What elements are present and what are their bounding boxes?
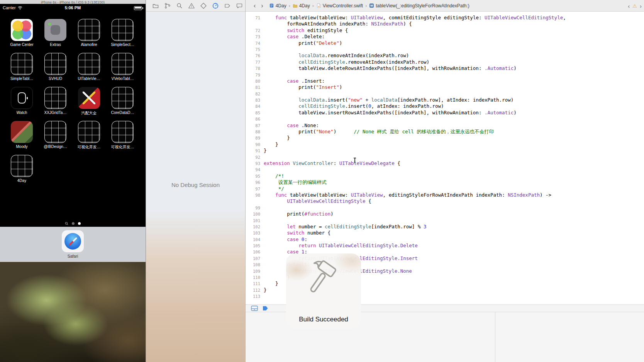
variables-view[interactable] bbox=[246, 312, 495, 362]
issue-navigator-icon[interactable] bbox=[188, 2, 195, 9]
app-item[interactable]: 可视化开发… bbox=[72, 121, 106, 155]
line-number[interactable]: 83 bbox=[246, 97, 264, 103]
line-number[interactable]: 97 bbox=[246, 186, 264, 192]
app-game-center[interactable]: Game Center bbox=[5, 19, 39, 53]
line-number[interactable]: 111 bbox=[246, 280, 264, 287]
line-number[interactable]: 75 bbox=[246, 46, 264, 53]
line-number[interactable]: 93 bbox=[246, 160, 264, 167]
app-coredatad[interactable]: CoreDataD… bbox=[106, 87, 139, 121]
breadcrumb-item-viewcontroller-swift[interactable]: ViewController.swift bbox=[316, 3, 363, 8]
back-button[interactable]: ‹ bbox=[251, 2, 258, 9]
console-view[interactable] bbox=[495, 312, 644, 362]
line-number[interactable]: 105 bbox=[246, 243, 264, 249]
line-number[interactable]: 110 bbox=[246, 274, 264, 280]
app-xxjgridta[interactable]: XXJGridTa… bbox=[39, 87, 72, 121]
line-number[interactable]: 82 bbox=[246, 91, 264, 97]
tools-app-icon[interactable] bbox=[78, 87, 100, 109]
breadcrumb-item-4day[interactable]: 4Day bbox=[269, 3, 286, 8]
line-number[interactable]: 91 bbox=[246, 148, 264, 154]
wire-app-icon[interactable] bbox=[112, 19, 134, 41]
wire-app-icon[interactable] bbox=[112, 87, 134, 109]
line-number[interactable]: 104 bbox=[246, 236, 264, 243]
app-svhud[interactable]: SVHUD bbox=[39, 53, 72, 87]
source-control-navigator-icon[interactable] bbox=[164, 2, 171, 9]
line-number[interactable]: 96 bbox=[246, 179, 264, 185]
line-number[interactable] bbox=[246, 198, 264, 204]
forward-button[interactable]: › bbox=[258, 2, 266, 9]
debug-navigator-icon[interactable] bbox=[212, 2, 219, 9]
line-number[interactable]: 92 bbox=[246, 154, 264, 160]
line-number[interactable]: 103 bbox=[246, 230, 264, 236]
line-number[interactable]: 71 bbox=[246, 15, 264, 21]
wire-app-icon[interactable] bbox=[78, 121, 100, 143]
app-4day[interactable]: 4Day bbox=[5, 155, 39, 189]
wire-app-icon[interactable] bbox=[78, 19, 100, 41]
app-safari[interactable]: Safari bbox=[56, 230, 90, 258]
line-number[interactable]: 74 bbox=[246, 40, 264, 46]
app-ibdesign[interactable]: @IBDesign… bbox=[39, 121, 72, 155]
line-number[interactable]: 88 bbox=[246, 129, 264, 135]
breakpoints-toggle-button[interactable] bbox=[262, 306, 269, 311]
line-number[interactable]: 85 bbox=[246, 110, 264, 116]
wire-app-icon[interactable] bbox=[11, 53, 33, 75]
wire-app-icon[interactable] bbox=[78, 53, 100, 75]
moody-app-icon[interactable] bbox=[11, 121, 33, 143]
toggle-debug-area-button[interactable] bbox=[251, 306, 258, 311]
app-item[interactable]: 可视化开发… bbox=[106, 121, 139, 155]
line-number[interactable]: 78 bbox=[246, 65, 264, 71]
line-number[interactable]: 95 bbox=[246, 173, 264, 179]
app-watch[interactable]: Watch bbox=[5, 87, 39, 121]
line-number[interactable]: 101 bbox=[246, 218, 264, 224]
app-simplesect[interactable]: SimpleSect… bbox=[106, 19, 139, 53]
app-simpletabl[interactable]: SimpleTabl… bbox=[5, 53, 39, 87]
app-moody[interactable]: Moody bbox=[5, 121, 39, 155]
page-indicator[interactable] bbox=[0, 222, 146, 225]
line-number[interactable]: 73 bbox=[246, 34, 264, 40]
extras-app-icon[interactable] bbox=[44, 19, 66, 41]
simulator-titlebar[interactable]: iPhone 6s - iPhone 6s / iOS 9.3 (13E230) bbox=[0, 0, 146, 4]
line-number[interactable]: 72 bbox=[246, 27, 264, 34]
line-number[interactable]: 79 bbox=[246, 72, 264, 78]
wire-app-icon[interactable] bbox=[112, 53, 134, 75]
line-number[interactable]: 107 bbox=[246, 255, 264, 262]
breadcrumb-item-4day[interactable]: 4Day bbox=[293, 3, 310, 8]
line-number[interactable]: 98 bbox=[246, 192, 264, 198]
app-vvebotabl[interactable]: VVeboTabl… bbox=[106, 53, 139, 87]
app-uitablevie[interactable]: UITableVie… bbox=[72, 53, 106, 87]
line-number[interactable]: 87 bbox=[246, 122, 264, 129]
line-number[interactable]: 112 bbox=[246, 287, 264, 293]
wire-app-icon[interactable] bbox=[11, 155, 33, 177]
line-number[interactable]: 94 bbox=[246, 167, 264, 173]
line-number[interactable]: 77 bbox=[246, 59, 264, 65]
line-number[interactable]: 84 bbox=[246, 103, 264, 109]
report-navigator-icon[interactable] bbox=[236, 2, 243, 9]
wire-app-icon[interactable] bbox=[112, 121, 134, 143]
gamecenter-app-icon[interactable] bbox=[11, 19, 33, 41]
app-item[interactable]: 汽配大全 bbox=[72, 87, 106, 121]
line-number[interactable]: 100 bbox=[246, 211, 264, 217]
find-navigator-icon[interactable] bbox=[176, 2, 183, 9]
line-number[interactable]: 108 bbox=[246, 262, 264, 268]
previous-issue-button[interactable]: ‹ bbox=[628, 3, 630, 9]
line-number[interactable]: 81 bbox=[246, 84, 264, 90]
line-number[interactable] bbox=[246, 21, 264, 27]
line-number[interactable]: 113 bbox=[246, 293, 264, 299]
safari-app-icon[interactable] bbox=[62, 230, 84, 252]
line-number[interactable]: 99 bbox=[246, 205, 264, 211]
test-navigator-icon[interactable] bbox=[200, 2, 207, 9]
line-number[interactable]: 89 bbox=[246, 135, 264, 141]
line-number[interactable]: 102 bbox=[246, 224, 264, 230]
line-number[interactable]: 80 bbox=[246, 78, 264, 84]
app-alamofire[interactable]: Alamofire bbox=[72, 19, 106, 53]
wire-app-icon[interactable] bbox=[44, 121, 66, 143]
line-number[interactable]: 109 bbox=[246, 268, 264, 274]
wire-app-icon[interactable] bbox=[44, 87, 66, 109]
next-issue-button[interactable]: › bbox=[640, 3, 642, 9]
wire-app-icon[interactable] bbox=[44, 53, 66, 75]
breadcrumb-item-tableview-editingstyleforrowatindexpath[interactable]: MtableView(_:editingStyleForRowAtIndexPa… bbox=[369, 3, 469, 8]
breakpoint-navigator-icon[interactable] bbox=[224, 2, 231, 9]
project-navigator-icon[interactable] bbox=[152, 2, 159, 9]
app-extras[interactable]: Extras bbox=[39, 19, 72, 53]
line-number[interactable]: 76 bbox=[246, 53, 264, 59]
line-number[interactable]: 90 bbox=[246, 141, 264, 148]
